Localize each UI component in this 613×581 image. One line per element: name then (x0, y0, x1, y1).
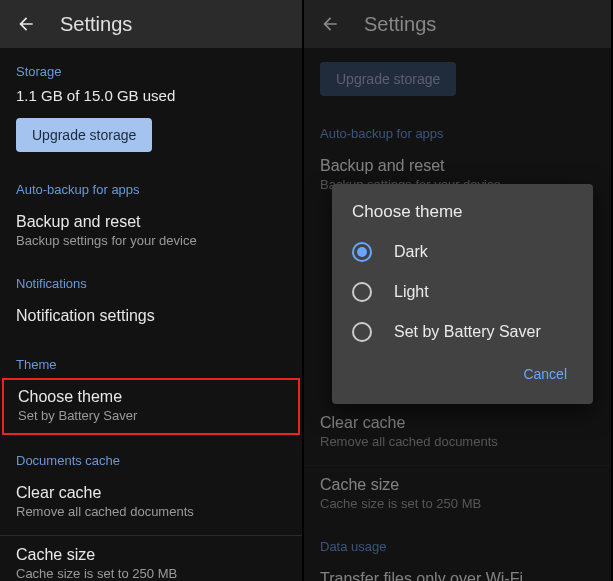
section-storage: Storage (0, 48, 302, 85)
item-title: Backup and reset (16, 213, 286, 231)
section-autobackup: Auto-backup for apps (0, 166, 302, 203)
item-title: Clear cache (320, 414, 595, 432)
radio-label: Set by Battery Saver (394, 323, 541, 341)
settings-pane-left: Settings Storage 1.1 GB of 15.0 GB used … (0, 0, 304, 581)
item-clear-cache[interactable]: Clear cache Remove all cached documents (304, 404, 611, 461)
dialog-title: Choose theme (332, 202, 593, 232)
cancel-button[interactable]: Cancel (515, 358, 575, 390)
back-arrow-icon[interactable] (16, 14, 36, 34)
radio-option-light[interactable]: Light (332, 272, 593, 312)
item-clear-cache[interactable]: Clear cache Remove all cached documents (0, 474, 302, 531)
section-notifications: Notifications (0, 260, 302, 297)
radio-option-battery-saver[interactable]: Set by Battery Saver (332, 312, 593, 352)
settings-pane-right: Settings Upgrade storage Auto-backup for… (304, 0, 611, 581)
item-subtitle: Set by Battery Saver (18, 408, 284, 423)
item-title: Cache size (320, 476, 595, 494)
radio-label: Dark (394, 243, 428, 261)
upgrade-storage-button[interactable]: Upgrade storage (320, 62, 456, 96)
back-arrow-icon[interactable] (320, 14, 340, 34)
choose-theme-dialog: Choose theme Dark Light Set by Battery S… (332, 184, 593, 404)
radio-icon (352, 322, 372, 342)
item-cache-size[interactable]: Cache size Cache size is set to 250 MB (304, 466, 611, 523)
item-cache-size[interactable]: Cache size Cache size is set to 250 MB (0, 536, 302, 581)
section-theme: Theme (0, 337, 302, 378)
settings-content: Storage 1.1 GB of 15.0 GB used Upgrade s… (0, 48, 302, 581)
item-backup-and-reset[interactable]: Backup and reset Backup settings for you… (0, 203, 302, 260)
item-wifi-transfer[interactable]: Transfer files only over Wi-Fi (304, 560, 611, 581)
appbar: Settings (304, 0, 611, 48)
item-subtitle: Backup settings for your device (16, 233, 286, 248)
section-autobackup: Auto-backup for apps (304, 110, 611, 147)
storage-usage-text: 1.1 GB of 15.0 GB used (0, 85, 302, 114)
radio-icon (352, 242, 372, 262)
item-subtitle: Remove all cached documents (320, 434, 595, 449)
item-title: Backup and reset (320, 157, 595, 175)
item-subtitle: Remove all cached documents (16, 504, 286, 519)
section-data-usage: Data usage (304, 523, 611, 560)
item-subtitle: Cache size is set to 250 MB (320, 496, 595, 511)
dialog-actions: Cancel (332, 352, 593, 396)
radio-icon (352, 282, 372, 302)
item-title: Choose theme (18, 388, 284, 406)
page-title: Settings (60, 13, 132, 36)
item-choose-theme[interactable]: Choose theme Set by Battery Saver (2, 378, 300, 435)
item-title: Cache size (16, 546, 286, 564)
radio-option-dark[interactable]: Dark (332, 232, 593, 272)
radio-label: Light (394, 283, 429, 301)
item-subtitle: Cache size is set to 250 MB (16, 566, 286, 581)
item-title: Notification settings (16, 307, 286, 325)
section-documents-cache: Documents cache (0, 435, 302, 474)
appbar: Settings (0, 0, 302, 48)
upgrade-storage-button[interactable]: Upgrade storage (16, 118, 152, 152)
item-notification-settings[interactable]: Notification settings (0, 297, 302, 337)
page-title: Settings (364, 13, 436, 36)
item-title: Clear cache (16, 484, 286, 502)
item-title: Transfer files only over Wi-Fi (320, 570, 595, 581)
